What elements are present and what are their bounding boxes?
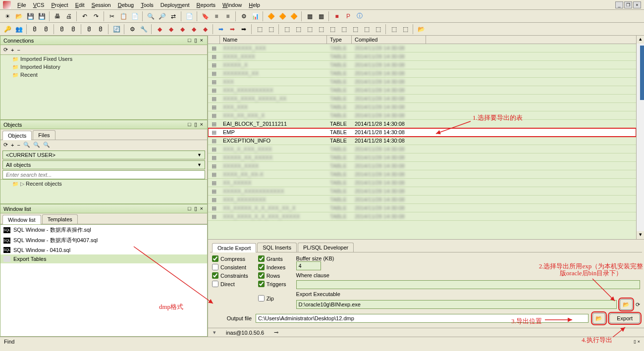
- tab-oracle-export[interactable]: Oracle Export: [212, 243, 256, 252]
- menu-edit[interactable]: Edit: [72, 1, 88, 9]
- chk-indexes[interactable]: Indexes: [258, 264, 286, 270]
- tb-bookmark[interactable]: 🔖: [200, 11, 211, 22]
- all-objects-combo[interactable]: All objects▼: [2, 160, 205, 169]
- chk-compress[interactable]: Compress: [212, 255, 248, 262]
- chk-direct[interactable]: Direct: [212, 281, 248, 287]
- conn-remove-icon[interactable]: −: [17, 47, 20, 53]
- tb-dbstop[interactable]: 🛢: [95, 24, 106, 35]
- obj-more-icon[interactable]: 🔍: [43, 142, 50, 148]
- tb-z1[interactable]: ⬚: [388, 24, 399, 35]
- chk-triggers[interactable]: Triggers: [258, 281, 286, 287]
- obj-remove-icon[interactable]: −: [17, 142, 20, 148]
- tb-z2[interactable]: ⬚: [400, 24, 411, 35]
- menu-file[interactable]: File: [14, 1, 30, 9]
- tb-y3[interactable]: ⬚: [304, 24, 315, 35]
- tb-red[interactable]: ■: [331, 11, 342, 22]
- tb-y9[interactable]: ⬚: [373, 24, 383, 35]
- tb-dbrun[interactable]: 🛢: [84, 24, 95, 35]
- tb-grid2[interactable]: ▦: [316, 11, 326, 22]
- tree-recent-objects[interactable]: ▷ Recent objects: [0, 180, 207, 188]
- tab-sql-inserts[interactable]: SQL Inserts: [257, 243, 297, 252]
- panel-pin[interactable]: □: [187, 37, 192, 44]
- table-row[interactable]: XXX_X_XXX_XXXXTABLE2014/11/28 14:30:08: [208, 145, 636, 153]
- tab-files[interactable]: Files: [33, 130, 55, 140]
- mdi-close[interactable]: ×: [633, 1, 641, 8]
- tb-y6[interactable]: ⬚: [338, 24, 349, 35]
- tree-imported-fixed[interactable]: Imported Fixed Users: [0, 55, 207, 63]
- mdi-minimize[interactable]: _: [615, 1, 623, 8]
- menu-vcs[interactable]: VCS: [30, 1, 48, 9]
- menu-help[interactable]: Help: [245, 1, 264, 9]
- current-user-combo[interactable]: <CURRENT USER>▼: [2, 150, 205, 159]
- tb-new[interactable]: ☀: [2, 11, 13, 22]
- tb-db4[interactable]: 🛢: [68, 24, 79, 35]
- table-row[interactable]: XX_XXXXX_X_X_XXX_XX_XTABLE2014/11/28 14:…: [208, 204, 636, 212]
- table-row[interactable]: XXXXXXXX_XXXTABLE2014/11/28 14:30:08: [208, 44, 636, 52]
- tb-indent[interactable]: ≡: [211, 11, 222, 22]
- menu-reports[interactable]: Reports: [193, 1, 219, 9]
- tb-db2[interactable]: 🛢: [41, 24, 52, 35]
- table-row[interactable]: EMPTABLE2014/11/28 14:30:08: [208, 128, 636, 137]
- tb-stop3[interactable]: ◆: [177, 24, 188, 35]
- table-row[interactable]: XXXXX_XX_XXXXXTABLE2014/11/28 14:30:08: [208, 153, 636, 162]
- table-row[interactable]: EXCEPTION_INFOTABLE2014/11/28 14:30:08: [208, 137, 636, 145]
- tb-sess[interactable]: 👥: [13, 24, 24, 35]
- refresh-exe-icon[interactable]: ⟳: [636, 301, 640, 308]
- obj-filter2-icon[interactable]: 🔍: [33, 142, 40, 148]
- tb-saveall[interactable]: 💾: [36, 11, 47, 22]
- obj-filter-icon[interactable]: 🔍: [23, 142, 30, 148]
- tb-paste[interactable]: 📄: [129, 11, 140, 22]
- objects-tree[interactable]: ▷ Recent objects: [0, 180, 208, 204]
- tb-cut[interactable]: ✂: [107, 11, 117, 22]
- pin-icon[interactable]: ⊸: [274, 329, 278, 336]
- obj-refresh-icon[interactable]: ⟳: [3, 142, 8, 148]
- panel-close[interactable]: ×: [199, 37, 204, 44]
- mdi-restore[interactable]: ❐: [624, 1, 632, 8]
- obj-add-icon[interactable]: +: [11, 142, 14, 148]
- chk-consistent[interactable]: Consistent: [212, 264, 248, 270]
- tb-y2[interactable]: ⬚: [293, 24, 304, 35]
- wl-item-1[interactable]: SQLSQL Window - 数据库语句0407.sql: [0, 235, 207, 246]
- menu-project[interactable]: Project: [48, 1, 71, 9]
- tb-db1[interactable]: 🛢: [29, 24, 40, 35]
- conn-refresh-icon[interactable]: ⟳: [3, 47, 8, 53]
- output-input[interactable]: [256, 314, 589, 323]
- exe-input[interactable]: [296, 300, 617, 309]
- chk-zip[interactable]: Zip: [258, 295, 286, 301]
- tb-y1[interactable]: ⬚: [281, 24, 292, 35]
- table-row[interactable]: EAI_BLOCK_T_20111211TABLE2014/11/28 14:3…: [208, 120, 636, 128]
- table-row[interactable]: XXXXX_XXXXXXXXXXXTABLE2014/11/28 14:30:0…: [208, 187, 636, 196]
- menu-tools[interactable]: Tools: [137, 1, 157, 9]
- tb-db3[interactable]: 🛢: [56, 24, 67, 35]
- tb-go3[interactable]: ➡: [238, 24, 249, 35]
- table-row[interactable]: XXXXX_XTABLE2014/11/28 14:30:08: [208, 61, 636, 69]
- chk-rows[interactable]: Rows: [258, 272, 286, 279]
- tb-z3[interactable]: 📂: [416, 24, 427, 35]
- tb-y5[interactable]: ⬚: [327, 24, 338, 35]
- tb-oracle1[interactable]: 🔶: [266, 11, 276, 22]
- menu-window[interactable]: Window: [219, 1, 245, 9]
- tb-go2[interactable]: ➡: [227, 24, 238, 35]
- tb-y4[interactable]: ⬚: [316, 24, 326, 35]
- menu-deployment[interactable]: Deployment: [157, 1, 193, 9]
- tree-recent[interactable]: Recent: [0, 71, 207, 79]
- tb-go[interactable]: ➡: [215, 24, 226, 35]
- table-row[interactable]: XXXXX_XXXXTABLE2014/11/28 14:30:08: [208, 162, 636, 170]
- tb-refresh[interactable]: 🔄: [111, 24, 122, 35]
- tb-stop4[interactable]: ◆: [188, 24, 199, 35]
- tb-stop5[interactable]: ◆: [200, 24, 211, 35]
- tb-grid1[interactable]: ▦: [304, 11, 315, 22]
- table-row[interactable]: XXXX_XXXX_XXXXX_XXTABLE2014/11/28 14:30:…: [208, 95, 636, 103]
- table-row[interactable]: XX_XXXXXTABLE2014/11/28 14:30:08: [208, 179, 636, 187]
- table-row[interactable]: XXX_XXXX_X_X_XXX_XXXXXTABLE2014/11/28 14…: [208, 212, 636, 221]
- conn-add-icon[interactable]: +: [11, 47, 14, 53]
- tb-replace[interactable]: ⇄: [168, 11, 179, 22]
- tb-copy[interactable]: 📋: [118, 11, 129, 22]
- tb-print[interactable]: 🖶: [52, 11, 63, 22]
- tab-plsql-dev[interactable]: PL/SQL Developer: [298, 243, 354, 252]
- tables-grid[interactable]: Name Type Compiled XXXXXXXX_XXXTABLE2014…: [208, 36, 636, 239]
- tb-open[interactable]: 📂: [13, 11, 24, 22]
- table-row[interactable]: XXXX_XX_XX-XTABLE2014/11/28 14:30:08: [208, 170, 636, 179]
- tb-x2[interactable]: ⬚: [266, 24, 276, 35]
- tab-templates[interactable]: Templates: [42, 214, 78, 224]
